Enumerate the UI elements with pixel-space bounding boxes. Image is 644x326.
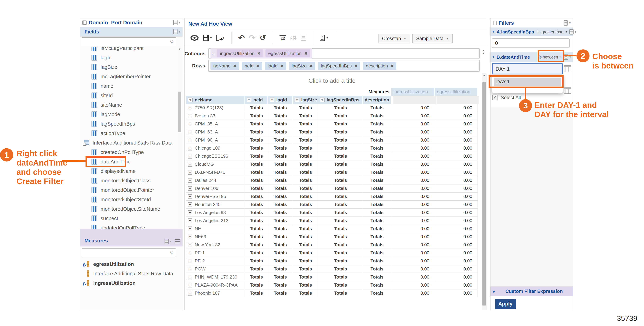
expand-icon[interactable] <box>188 226 192 231</box>
expand-icon[interactable] <box>188 259 192 263</box>
expand-icon[interactable] <box>188 267 192 271</box>
crosstab-title-placeholder[interactable]: Click to add a title <box>186 77 478 84</box>
expand-triangle-icon[interactable]: ▶ <box>492 289 495 294</box>
expand-icon[interactable] <box>188 170 192 175</box>
fields-menu-icon[interactable]: ▼ <box>173 29 181 34</box>
undo-button[interactable]: ↶ <box>238 34 245 42</box>
preview-button[interactable] <box>190 35 198 41</box>
column-chip[interactable]: egressUtilization ✖ <box>266 50 310 58</box>
row-chip[interactable]: lagSize ✖ <box>289 62 315 70</box>
expand-icon[interactable] <box>188 154 192 158</box>
expand-icon[interactable] <box>188 186 192 191</box>
column-chip[interactable]: ingressUtilization ✖ <box>217 50 263 58</box>
measure-item[interactable]: fx Interface Additional Stats Raw Data <box>80 269 177 278</box>
save-button[interactable]: ▼ <box>203 35 212 41</box>
select-all-checkbox[interactable]: ✔ <box>492 95 498 100</box>
scrollbar-thumb[interactable] <box>482 82 486 306</box>
field-item[interactable]: − actionType <box>80 128 177 138</box>
field-item[interactable]: − monitoredObjectPointer <box>80 185 177 195</box>
collapse-triangle-icon[interactable]: ▼ <box>492 30 495 34</box>
remove-chip-icon[interactable]: ✖ <box>304 51 308 56</box>
column-header[interactable]: lagSize <box>293 96 318 104</box>
expand-icon[interactable] <box>247 98 251 102</box>
field-item[interactable]: − siteId <box>80 91 177 100</box>
expand-icon[interactable] <box>188 283 192 288</box>
expand-icon[interactable] <box>188 291 192 296</box>
fields-scrollbar[interactable]: ▲ ▼ <box>177 47 182 246</box>
measures-menu-icon[interactable]: ▼ <box>164 239 172 244</box>
row-chip[interactable]: neName ✖ <box>210 62 239 70</box>
expand-icon[interactable] <box>294 98 299 102</box>
scroll-up-icon[interactable]: ▲ <box>177 48 182 51</box>
filter-a-operator-select[interactable]: is greater than ▼ <box>538 30 568 34</box>
field-item[interactable]: − monitoredObjectSiteId <box>80 195 177 204</box>
expand-icon[interactable] <box>188 234 192 239</box>
expand-icon[interactable] <box>188 98 192 102</box>
search-icon[interactable]: ⚲ <box>170 39 174 45</box>
remove-chip-icon[interactable]: ✖ <box>257 51 260 56</box>
filter-b-start-input[interactable] <box>495 66 562 72</box>
remove-chip-icon[interactable]: ✖ <box>233 64 236 68</box>
scrollbar-thumb[interactable] <box>178 92 181 132</box>
measures-list-icon[interactable] <box>175 239 180 243</box>
row-chip[interactable]: lagSpeedInBps ✖ <box>318 62 360 70</box>
expand-icon[interactable] <box>188 218 192 223</box>
expand-icon[interactable] <box>188 162 192 166</box>
field-item[interactable]: − lagSize <box>80 62 177 72</box>
calendar-icon[interactable] <box>564 87 571 94</box>
custom-filter-expression-bar[interactable]: ▶ Custom Filter Expression <box>490 286 573 296</box>
spinner-up-icon[interactable]: ▲ <box>482 49 485 51</box>
remove-chip-icon[interactable]: ✖ <box>310 64 312 68</box>
measure-column-header[interactable]: ingressUtilization <box>391 88 435 96</box>
measure-item[interactable]: fx egressUtilization <box>80 260 177 269</box>
field-item[interactable]: − lagMode <box>80 110 177 119</box>
search-icon[interactable]: ⚲ <box>170 250 174 256</box>
fields-search-input[interactable] <box>84 39 170 45</box>
spinner-down-icon[interactable]: ▼ <box>482 52 485 54</box>
remove-chip-icon[interactable]: ✖ <box>256 64 259 68</box>
field-item[interactable]: − displayedName <box>80 166 177 176</box>
data-mode-select[interactable]: Sample Data ▼ <box>412 34 453 44</box>
measure-column-header[interactable]: egressUtilization <box>435 88 478 96</box>
expand-icon[interactable] <box>188 106 192 110</box>
filter-a-value-input[interactable] <box>495 40 567 46</box>
filter-a-menu-icon[interactable]: ▼ <box>569 29 577 34</box>
undo-all-button[interactable]: ↺ <box>260 34 266 42</box>
remove-chip-icon[interactable]: ✖ <box>391 64 394 68</box>
remove-chip-icon[interactable]: ✖ <box>354 64 358 68</box>
columns-spinner[interactable]: ▲▼ <box>482 49 485 54</box>
row-chip[interactable]: neId ✖ <box>242 62 262 70</box>
switch-groups-button[interactable]: ⇄ <box>280 35 286 41</box>
column-header[interactable]: lagSpeedInBps <box>318 96 363 104</box>
collapse-triangle-icon[interactable]: ▼ <box>492 55 495 59</box>
input-controls-button[interactable]: ✓≡≡▼ <box>320 35 328 41</box>
field-item[interactable]: − mcLagMemberPointer <box>80 72 177 81</box>
crosstab-scrollbar[interactable]: ▲ <box>482 73 487 310</box>
column-header[interactable]: lagId <box>268 96 293 104</box>
expand-icon[interactable] <box>188 178 192 183</box>
scroll-up-icon[interactable]: ▲ <box>482 74 487 77</box>
field-item[interactable]: − monitoredObjectSiteName <box>80 204 177 214</box>
expand-icon[interactable] <box>188 130 192 134</box>
expand-icon[interactable] <box>188 242 192 247</box>
expand-icon[interactable] <box>188 194 192 199</box>
apply-button[interactable]: Apply <box>495 299 516 309</box>
expand-icon[interactable] <box>188 122 192 126</box>
expand-icon[interactable] <box>188 275 192 280</box>
expand-icon[interactable] <box>188 202 192 207</box>
expand-icon[interactable] <box>188 251 192 255</box>
visualization-type-select[interactable]: Crosstab ▼ <box>378 34 410 44</box>
expand-icon[interactable] <box>188 138 192 142</box>
domain-menu-icon[interactable]: ▼ <box>173 20 181 25</box>
field-item[interactable]: − lagSpeedInBps <box>80 119 177 128</box>
measure-item[interactable]: fx ingressUtilization <box>80 278 177 288</box>
field-item[interactable]: − lagId <box>80 53 177 62</box>
field-item[interactable]: − Interface Additional Stats Raw Data <box>80 138 177 148</box>
measures-search-input[interactable] <box>84 250 170 256</box>
panel-collapse-icon[interactable] <box>82 20 86 25</box>
column-header[interactable]: neName <box>186 96 245 104</box>
export-button[interactable]: ▼ <box>216 35 225 41</box>
expand-icon[interactable] <box>270 98 274 102</box>
expand-icon[interactable] <box>320 98 324 102</box>
field-item[interactable]: − isMcLagParticipant <box>80 47 177 53</box>
